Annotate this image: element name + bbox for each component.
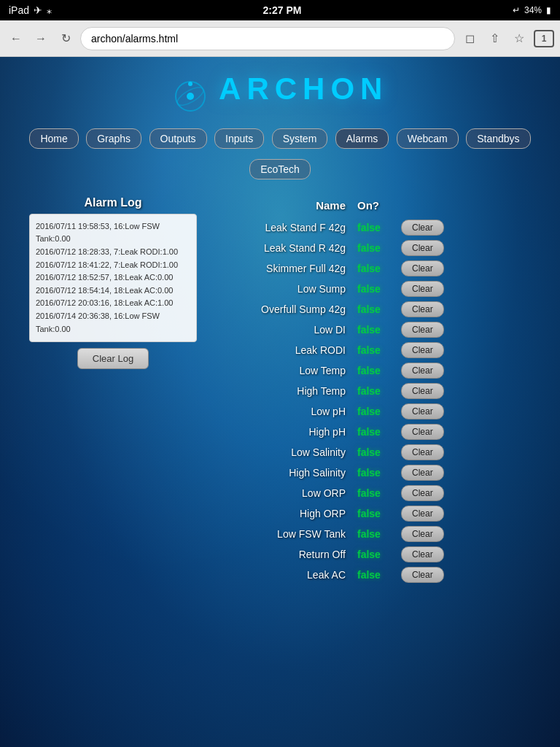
alarm-clear-button[interactable]: Clear [401,220,444,236]
alarm-clear-button[interactable]: Clear [401,342,444,358]
bookmark-icon[interactable]: ☆ [509,28,529,49]
alarm-status-value: false [357,385,401,397]
log-entry: 2016/07/12 18:52:57, 18:Leak AC:0.00 [36,271,190,285]
table-row: Overfull Sump 42gfalseClear [211,299,531,320]
alarm-clear-button[interactable]: Clear [401,363,444,379]
nav-alarms[interactable]: Alarms [335,128,389,149]
table-row: High TempfalseClear [211,381,531,401]
nav-graphs[interactable]: Graphs [86,128,141,149]
url-input[interactable] [80,27,455,50]
alarms-header: Name On? [211,196,531,217]
alarm-status-value: false [357,487,401,499]
wifi-signal: ⁎ [47,4,52,16]
alarm-clear-button[interactable]: Clear [401,444,444,460]
alarm-clear-button[interactable]: Clear [401,403,444,419]
table-row: Low ORPfalseClear [211,483,531,503]
alarm-name-label: Leak AC [211,569,357,581]
alarm-clear-button[interactable]: Clear [401,526,444,542]
alarm-status-value: false [357,549,401,560]
alarm-status-value: false [357,365,401,376]
table-row: High pHfalseClear [211,422,531,442]
nav-row1: Home Graphs Outputs Inputs System Alarms… [0,126,560,151]
table-row: Return OfffalseClear [211,544,531,565]
alarm-name-label: Low FSW Tank [211,528,357,540]
log-entry: 2016/07/12 18:54:14, 18:Leak AC:0.00 [36,285,190,298]
nav-system[interactable]: System [272,128,328,149]
table-row: Leak ACfalseClear [211,565,531,585]
nav-home[interactable]: Home [29,128,78,149]
archon-logo-icon [172,78,209,115]
alarm-clear-button[interactable]: Clear [401,465,444,481]
alarm-name-label: Low Salinity [211,446,357,458]
page: ARCHON Home Graphs Outputs Inputs System… [0,57,560,626]
table-row: Low FSW TankfalseClear [211,524,531,544]
main-content: Alarm Log 2016/07/11 19:58:53, 16:Low FS… [0,185,560,597]
ipad-label: iPad [9,4,29,16]
nav-standbys[interactable]: Standbys [466,128,530,149]
alarm-name-label: High Temp [211,385,357,397]
alarm-status-value: false [357,324,401,336]
table-row: Low TempfalseClear [211,360,531,381]
header-action [416,199,531,212]
alarm-name-label: Leak RODI [211,344,357,356]
table-row: Low SalinityfalseClear [211,442,531,462]
share-icon[interactable]: ◻ [459,28,480,49]
alarm-name-label: Low ORP [211,487,357,499]
alarm-log-box: 2016/07/11 19:58:53, 16:Low FSW Tank:0.0… [29,214,197,342]
alarm-status-value: false [357,467,401,479]
forward-button[interactable]: → [31,28,51,49]
alarm-status-value: false [357,528,401,540]
reload-button[interactable]: ↻ [55,28,76,49]
alarm-clear-button[interactable]: Clear [401,383,444,399]
alarm-log-title: Alarm Log [29,196,197,209]
battery-icon: ▮ [546,5,551,15]
alarm-clear-button[interactable]: Clear [401,260,444,276]
log-entry: 2016/07/12 18:28:33, 7:Leak RODI:1.00 [36,246,190,259]
log-entry: 2016/07/12 20:03:16, 18:Leak AC:1.00 [36,297,190,310]
status-time: 2:27 PM [263,4,302,16]
alarm-status-value: false [357,406,401,417]
nav-row2: EcoTech [0,157,560,182]
alarm-clear-button[interactable]: Clear [401,485,444,501]
alarm-clear-button[interactable]: Clear [401,567,444,583]
header-on: On? [357,199,416,212]
nav-ecotech[interactable]: EcoTech [249,159,311,179]
table-row: Skimmer Full 42gfalseClear [211,258,531,279]
table-row: Leak Stand F 42gfalseClear [211,217,531,238]
clear-log-button[interactable]: Clear Log [77,348,149,369]
alarm-status-value: false [357,303,401,315]
alarm-status-value: false [357,344,401,356]
upload-icon[interactable]: ⇧ [484,28,505,49]
alarm-name-label: Leak Stand R 42g [211,242,357,254]
alarm-name-label: Overfull Sump 42g [211,303,357,315]
nav-inputs[interactable]: Inputs [214,128,264,149]
log-entry: 2016/07/12 18:41:22, 7:Leak RODI:1.00 [36,259,190,272]
tab-count[interactable]: 1 [534,30,554,47]
alarm-clear-button[interactable]: Clear [401,281,444,297]
alarm-name-label: Low DI [211,324,357,336]
wifi-icon: ✈ [34,4,42,16]
status-bar: iPad ✈ ⁎ 2:27 PM ↵ 34% ▮ [0,0,560,20]
status-left: iPad ✈ ⁎ [9,4,52,16]
log-entry: 2016/07/14 20:36:38, 16:Low FSW Tank:0.0… [36,310,190,336]
alarm-status-value: false [357,283,401,295]
alarm-clear-button[interactable]: Clear [401,424,444,440]
status-right: ↵ 34% ▮ [513,5,551,15]
alarm-name-label: High Salinity [211,467,357,479]
alarm-name-label: Low Sump [211,283,357,295]
logo-area: ARCHON [0,64,560,120]
back-button[interactable]: ← [6,28,26,49]
alarm-clear-button[interactable]: Clear [401,506,444,522]
alarm-clear-button[interactable]: Clear [401,546,444,562]
alarm-status-value: false [357,426,401,438]
alarm-name-label: High ORP [211,508,357,519]
alarm-status-value: false [357,446,401,458]
table-row: Low pHfalseClear [211,401,531,422]
nav-webcam[interactable]: Webcam [397,128,459,149]
alarm-clear-button[interactable]: Clear [401,301,444,317]
alarm-clear-button[interactable]: Clear [401,322,444,338]
table-row: Leak Stand R 42gfalseClear [211,238,531,258]
nav-outputs[interactable]: Outputs [149,128,207,149]
alarm-clear-button[interactable]: Clear [401,240,444,256]
svg-point-1 [187,93,194,100]
